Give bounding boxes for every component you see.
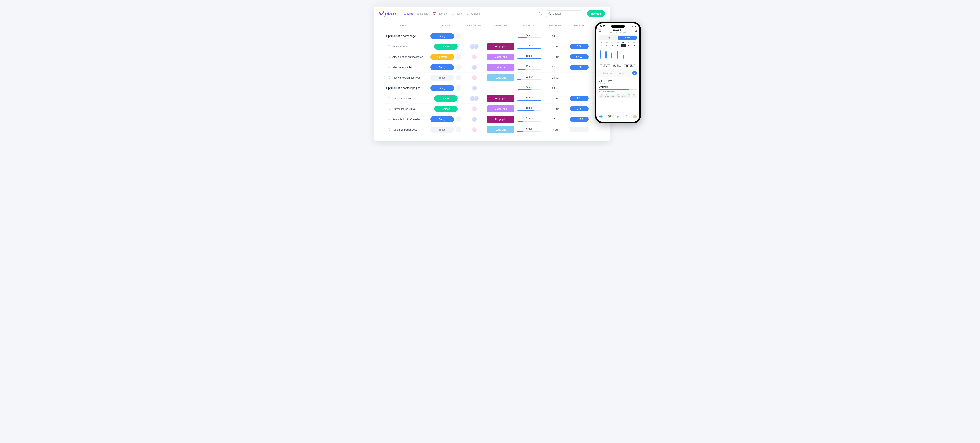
table-row[interactable]: Nieuw designGereedHoge prio12 uur0 uur8 … <box>384 41 600 52</box>
globe-icon[interactable]: 🌐 <box>599 115 603 118</box>
play-icon[interactable]: ▶ <box>632 71 637 75</box>
avatar <box>472 106 477 112</box>
table-header: NAAM STATUS RESOURCES PRIORITEIT SCHATTI… <box>384 20 600 31</box>
grid-icon[interactable]: ▦ <box>617 115 619 118</box>
avatar <box>474 96 479 101</box>
svg-rect-11 <box>389 109 390 110</box>
avatar <box>474 44 479 49</box>
calendar-icon[interactable]: 📅 <box>608 115 611 118</box>
table-row[interactable]: Optimalisatie contact paginaBezig→62 uur… <box>384 83 600 93</box>
svg-rect-3 <box>389 57 390 58</box>
wifi-icon: ᯤ <box>632 25 634 27</box>
window-chrome <box>374 4 609 8</box>
avatar <box>472 75 477 80</box>
project-card[interactable]: Project 1035 Ma 3 juni Ontwerp 2 uur, 43… <box>597 80 640 97</box>
profile-avatar[interactable] <box>633 115 636 118</box>
status-next-icon[interactable]: → <box>456 64 461 70</box>
status-next-icon[interactable]: → <box>456 54 461 60</box>
svg-rect-5 <box>389 68 390 68</box>
svg-rect-9 <box>389 99 390 99</box>
dag-week-segment[interactable]: Dag Week <box>599 35 637 40</box>
view-tab-tijdlijn[interactable]: ☰Tijdlijn <box>452 12 462 15</box>
phone-mockup: 14:17 ᯤ ▮ ☑ Week 23 Ma 3 juni - Zo 9 jun… <box>595 22 641 123</box>
table-row[interactable]: Animatie hoofdafbeeldingBezig→Hoge prio2… <box>384 114 600 124</box>
search-input[interactable]: 🔍 <box>545 10 584 17</box>
search-icon: 🔍 <box>548 12 551 15</box>
hours-bars <box>597 49 640 59</box>
battery-icon: ▮ <box>635 25 636 27</box>
table-row[interactable]: Testen op PageSpeedTo Do→Lage prio6 uur4… <box>384 124 600 135</box>
svg-rect-15 <box>389 130 390 131</box>
status-next-icon[interactable]: → <box>456 127 461 132</box>
svg-rect-12 <box>388 118 390 120</box>
svg-rect-6 <box>388 76 390 78</box>
day-selector[interactable]: MA3DI4WO5DO6VR7ZA8ZO9 <box>597 42 640 47</box>
avatar <box>472 54 477 60</box>
table-row[interactable]: Nieuwe animatiesBezig→Middel prio36 uur2… <box>384 62 600 73</box>
svg-rect-13 <box>389 120 390 120</box>
app-window: plan ☰Lijst▭Kanban📅Kalender☰Tijdlijn📊Ana… <box>374 4 609 141</box>
table-row[interactable]: Optimalisatie homepageBezig→74 uur36 uur <box>384 31 600 41</box>
timer-icon[interactable]: ⏱ <box>625 115 628 118</box>
timer-row[interactable]: Start tijdregistratie 00:00:00 ▶ <box>597 69 640 77</box>
status-next-icon[interactable]: → <box>456 33 461 39</box>
status-next-icon[interactable]: → <box>456 85 461 91</box>
view-tabs: ☰Lijst▭Kanban📅Kalender☰Tijdlijn📊Analyse <box>404 12 480 15</box>
table-row[interactable]: Live chat functieGereedHoge prio24 uur0 … <box>384 93 600 104</box>
table-row[interactable]: Afbeeldingen optimaliserenControle→Midde… <box>384 52 600 62</box>
header: plan ☰Lijst▭Kanban📅Kalender☰Tijdlijn📊Ana… <box>374 8 609 20</box>
avatar <box>472 85 477 91</box>
svg-rect-2 <box>388 56 390 57</box>
view-tab-kanban[interactable]: ▭Kanban <box>417 12 429 15</box>
avatar <box>472 116 477 122</box>
view-tab-kalender[interactable]: 📅Kalender <box>433 12 448 15</box>
bottom-nav[interactable]: 🌐 📅 ▦ ⏱ <box>597 113 640 121</box>
add-icon[interactable]: ⊞ <box>635 29 637 32</box>
phone-header: ☑ Week 23 Ma 3 juni - Zo 9 juni ⊞ <box>597 28 640 35</box>
svg-rect-4 <box>388 66 390 68</box>
avatar <box>472 127 477 132</box>
avatar <box>472 64 477 70</box>
logo: plan <box>379 11 396 17</box>
table-row[interactable]: Optimaliseren CTA'sGereedMiddel prio8 uu… <box>384 104 600 114</box>
task-table: NAAM STATUS RESOURCES PRIORITEIT SCHATTI… <box>374 20 609 135</box>
svg-rect-8 <box>388 97 390 99</box>
svg-rect-14 <box>388 129 390 130</box>
view-tab-lijst[interactable]: ☰Lijst <box>404 12 413 15</box>
svg-rect-0 <box>388 45 390 47</box>
svg-rect-1 <box>389 47 390 48</box>
svg-rect-7 <box>389 78 390 79</box>
status-next-icon[interactable]: → <box>456 75 461 80</box>
table-row[interactable]: Nieuwe teksten schrijvenTo Do→Lage prio1… <box>384 73 600 83</box>
expand-icon[interactable]: ⛶ <box>539 12 541 15</box>
backlog-button[interactable]: Backlog <box>587 10 605 17</box>
view-tab-analyse[interactable]: 📊Analyse <box>466 12 480 15</box>
week-stats: BESCHIKBAAR40uGEPLAND34u 30mGEREGISTREER… <box>597 62 640 69</box>
svg-rect-10 <box>388 108 390 109</box>
status-next-icon[interactable]: → <box>456 116 461 122</box>
checklist-icon[interactable]: ☑ <box>599 29 601 32</box>
